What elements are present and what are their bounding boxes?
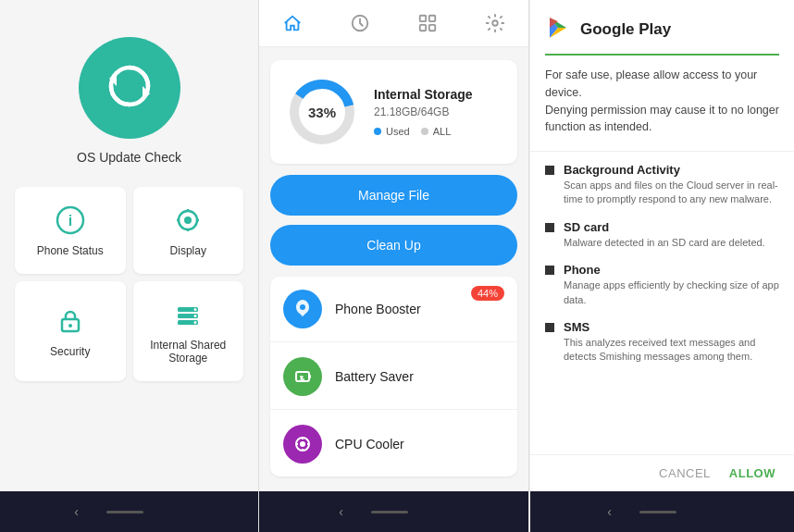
perm-title-0: Background Activity <box>564 163 779 177</box>
os-update-icon[interactable] <box>79 37 180 139</box>
home-indicator <box>106 511 143 513</box>
perm-bullet-2 <box>545 266 554 275</box>
gplay-header: Google Play <box>530 0 794 54</box>
svg-point-15 <box>194 308 197 311</box>
phone-booster-label: Phone Booster <box>335 302 421 316</box>
phone-booster-icon <box>283 290 322 328</box>
legend-all-label: ALL <box>433 126 452 137</box>
gplay-title: Google Play <box>580 20 671 39</box>
grid-item-phone-status-label: Phone Status <box>37 244 104 257</box>
perm-item-background: Background Activity Scan apps and files … <box>545 163 779 207</box>
storage-icon <box>171 298 205 331</box>
google-play-icon <box>545 15 571 44</box>
right-bottom-bar: ‹ <box>530 491 794 532</box>
svg-point-30 <box>300 441 305 447</box>
perm-bullet-0 <box>545 166 554 175</box>
svg-text:i: i <box>68 213 72 229</box>
legend-used-dot <box>374 128 381 135</box>
cpu-cooler-icon <box>283 425 322 464</box>
storage-title: Internal Storage <box>374 87 473 102</box>
display-icon <box>171 204 205 237</box>
svg-point-16 <box>194 315 197 317</box>
legend-used: Used <box>374 126 410 137</box>
mid-home-indicator <box>371 511 408 513</box>
battery-saver-icon <box>283 357 322 396</box>
perm-desc-2: Manage apps efficiently by checking size… <box>564 278 779 307</box>
nav-settings[interactable] <box>478 9 513 37</box>
perm-desc-1: Malware detected in an SD card are delet… <box>564 236 765 250</box>
feature-list: Phone Booster 44% Battery Saver <box>270 277 517 476</box>
back-arrow-icon[interactable]: ‹ <box>74 504 79 519</box>
clean-up-button[interactable]: Clean Up <box>270 225 517 266</box>
perm-item-phone: Phone Manage apps efficiently by checkin… <box>545 263 779 307</box>
svg-rect-21 <box>420 25 426 31</box>
list-item-battery-saver[interactable]: Battery Saver <box>270 344 517 410</box>
left-panel: OS Update Check i Phone Status <box>0 0 259 532</box>
perm-bullet-1 <box>545 223 554 232</box>
nav-apps[interactable] <box>410 9 445 37</box>
nav-history[interactable] <box>342 9 378 37</box>
grid-item-display-label: Display <box>170 244 206 257</box>
storage-size: 21.18GB/64GB <box>374 105 473 118</box>
storage-info: Internal Storage 21.18GB/64GB Used ALL <box>374 87 473 137</box>
os-update-label: OS Update Check <box>77 150 181 165</box>
storage-donut: 33% <box>285 75 359 149</box>
dialog-actions: CANCEL ALLOW <box>530 454 794 491</box>
svg-point-5 <box>184 217 192 224</box>
list-item-phone-booster[interactable]: Phone Booster 44% <box>270 277 517 342</box>
legend-all: ALL <box>421 126 452 137</box>
cpu-cooler-label: CPU Cooler <box>335 437 404 452</box>
perm-item-sdcard: SD card Malware detected in an SD card a… <box>545 220 779 250</box>
gplay-divider <box>545 54 779 56</box>
nav-home[interactable] <box>275 9 310 37</box>
phone-booster-badge: 44% <box>471 286 504 301</box>
battery-saver-label: Battery Saver <box>335 369 414 384</box>
grid-item-security-label: Security <box>50 345 90 358</box>
perm-title-1: SD card <box>564 220 765 234</box>
list-item-cpu-cooler[interactable]: CPU Cooler <box>270 412 517 476</box>
left-bottom-bar: ‹ <box>0 491 258 532</box>
feature-grid: i Phone Status Display <box>15 187 243 381</box>
gplay-description: For safe use, please allow access to you… <box>530 67 794 152</box>
mid-content: 33% Internal Storage 21.18GB/64GB Used A… <box>259 47 528 491</box>
svg-point-23 <box>492 20 498 26</box>
mid-bottom-bar: ‹ <box>259 491 528 532</box>
right-panel: Google Play For safe use, please allow a… <box>529 0 794 532</box>
lock-icon <box>54 304 87 338</box>
grid-item-display[interactable]: Display <box>133 187 244 274</box>
svg-rect-22 <box>429 25 435 31</box>
svg-point-17 <box>194 321 197 324</box>
perm-desc-0: Scan apps and files on the Cloud server … <box>564 179 779 207</box>
legend-used-label: Used <box>386 126 410 137</box>
svg-point-26 <box>300 304 305 310</box>
mid-panel: 33% Internal Storage 21.18GB/64GB Used A… <box>259 0 529 532</box>
svg-rect-19 <box>420 16 426 21</box>
grid-item-phone-status[interactable]: i Phone Status <box>15 187 126 274</box>
allow-button[interactable]: ALLOW <box>729 466 775 480</box>
perm-title-2: Phone <box>564 263 779 277</box>
right-home-indicator <box>639 511 676 513</box>
grid-item-security[interactable]: Security <box>15 281 126 381</box>
grid-item-internal-storage[interactable]: Internal Shared Storage <box>133 281 244 381</box>
svg-point-11 <box>68 324 72 328</box>
perm-desc-3: This analyzes received text messages and… <box>564 336 779 365</box>
storage-legend: Used ALL <box>374 126 473 137</box>
info-icon: i <box>54 204 87 237</box>
perm-bullet-3 <box>545 323 554 332</box>
svg-rect-20 <box>429 16 435 21</box>
manage-file-button[interactable]: Manage File <box>270 175 517 216</box>
legend-all-dot <box>421 128 428 135</box>
mid-back-arrow-icon[interactable]: ‹ <box>339 504 343 519</box>
mid-top-nav <box>259 0 528 47</box>
perm-title-3: SMS <box>564 320 779 334</box>
storage-card: 33% Internal Storage 21.18GB/64GB Used A… <box>270 60 517 164</box>
perm-item-sms: SMS This analyzes received text messages… <box>545 320 779 365</box>
cancel-button[interactable]: CANCEL <box>659 466 711 480</box>
storage-percent: 33% <box>308 105 336 120</box>
right-back-arrow-icon[interactable]: ‹ <box>607 504 612 519</box>
permission-list: Background Activity Scan apps and files … <box>530 152 794 454</box>
grid-item-storage-label: Internal Shared Storage <box>143 339 235 365</box>
svg-rect-28 <box>309 375 311 378</box>
